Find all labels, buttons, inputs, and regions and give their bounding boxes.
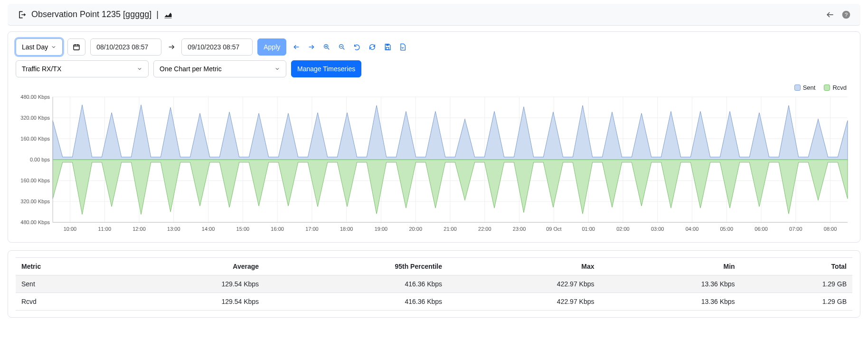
svg-text:14:00: 14:00 — [202, 226, 215, 232]
refresh-icon[interactable] — [367, 42, 377, 52]
help-icon[interactable]: ? — [841, 10, 851, 19]
svg-text:13:00: 13:00 — [167, 226, 180, 232]
table-header: Average — [113, 258, 264, 275]
undo-icon[interactable] — [352, 42, 362, 52]
svg-text:03:00: 03:00 — [651, 226, 664, 232]
legend-sent[interactable]: Sent — [794, 84, 816, 91]
zoom-out-icon[interactable] — [337, 42, 347, 52]
stats-panel: MetricAverage95th PercentileMaxMinTotal … — [8, 250, 860, 318]
legend-rcvd[interactable]: Rcvd — [824, 84, 847, 91]
step-back-icon[interactable] — [291, 42, 302, 52]
svg-text:17:00: 17:00 — [305, 226, 319, 232]
svg-text:320.00 Kbps: 320.00 Kbps — [20, 198, 50, 204]
svg-text:16:00: 16:00 — [271, 226, 284, 232]
svg-text:09 Oct: 09 Oct — [546, 226, 561, 232]
area-chart-icon — [163, 10, 173, 19]
page-header: Observation Point 1235 [ggggg] | ? — [8, 4, 860, 26]
table-header: 95th Percentile — [264, 258, 448, 275]
apply-button[interactable]: Apply — [257, 38, 286, 56]
svg-rect-2 — [74, 45, 79, 50]
table-header: Max — [448, 258, 600, 275]
table-row: Rcvd129.54 Kbps416.36 Kbps422.97 Kbps13.… — [16, 293, 852, 311]
svg-rect-13 — [387, 44, 389, 46]
stats-table: MetricAverage95th PercentileMaxMinTotal … — [16, 257, 852, 311]
step-forward-icon[interactable] — [306, 42, 317, 52]
toolbar-row-2: Traffic RX/TX One Chart per Metric Manag… — [16, 60, 852, 77]
table-header: Total — [741, 258, 852, 275]
svg-text:08:00: 08:00 — [824, 226, 837, 232]
arrow-right-icon — [166, 42, 177, 52]
svg-text:160.00 Kbps: 160.00 Kbps — [20, 136, 50, 142]
svg-text:22:00: 22:00 — [478, 226, 491, 232]
legend-rcvd-swatch — [824, 85, 830, 91]
svg-text:05:00: 05:00 — [720, 226, 733, 232]
svg-text:160.00 Kbps: 160.00 Kbps — [20, 178, 50, 183]
metric-select[interactable]: Traffic RX/TX — [16, 60, 149, 77]
table-header: Min — [600, 258, 740, 275]
svg-text:480.00 Kbps: 480.00 Kbps — [20, 219, 50, 225]
table-row: Sent129.54 Kbps416.36 Kbps422.97 Kbps13.… — [16, 275, 852, 293]
svg-text:02:00: 02:00 — [616, 226, 630, 232]
svg-text:0.00 bps: 0.00 bps — [30, 157, 50, 162]
title-separator: | — [156, 9, 159, 19]
svg-rect-14 — [387, 47, 389, 50]
svg-text:07:00: 07:00 — [789, 226, 802, 232]
legend-sent-swatch — [794, 85, 801, 91]
svg-text:18:00: 18:00 — [340, 226, 353, 232]
main-panel: Last Day 08/10/2023 08:57 09/10/2023 08:… — [8, 31, 860, 243]
svg-line-7 — [328, 48, 329, 49]
svg-text:06:00: 06:00 — [755, 226, 768, 232]
exit-icon — [17, 10, 27, 19]
svg-text:21:00: 21:00 — [443, 226, 457, 232]
end-time-input[interactable]: 09/10/2023 08:57 — [181, 38, 253, 56]
toolbar-row-1: Last Day 08/10/2023 08:57 09/10/2023 08:… — [16, 38, 852, 56]
chart-legend: Sent Rcvd — [16, 82, 852, 93]
back-icon[interactable] — [825, 10, 835, 19]
page-title: Observation Point 1235 [ggggg] — [31, 9, 151, 19]
svg-text:15:00: 15:00 — [236, 226, 250, 232]
chart-mode-select[interactable]: One Chart per Metric — [153, 60, 286, 77]
svg-text:12:00: 12:00 — [132, 226, 146, 232]
svg-text:20:00: 20:00 — [409, 226, 422, 232]
svg-text:480.00 Kbps: 480.00 Kbps — [20, 94, 50, 100]
calendar-button[interactable] — [67, 38, 85, 56]
svg-text:01:00: 01:00 — [582, 226, 595, 232]
svg-text:04:00: 04:00 — [686, 226, 699, 232]
svg-text:320.00 Kbps: 320.00 Kbps — [20, 115, 50, 121]
svg-text:10:00: 10:00 — [64, 226, 77, 232]
svg-text:23:00: 23:00 — [513, 226, 526, 232]
start-time-input[interactable]: 08/10/2023 08:57 — [90, 38, 161, 56]
manage-timeseries-button[interactable]: Manage Timeseries — [291, 60, 361, 77]
svg-line-11 — [343, 48, 344, 49]
time-range-button[interactable]: Last Day — [16, 38, 63, 56]
zoom-in-icon[interactable] — [321, 42, 332, 52]
time-range-label: Last Day — [22, 43, 48, 51]
export-icon[interactable] — [397, 42, 408, 52]
table-header: Metric — [16, 258, 113, 275]
save-icon[interactable] — [382, 42, 393, 52]
svg-text:?: ? — [845, 11, 848, 18]
svg-text:19:00: 19:00 — [375, 226, 388, 232]
traffic-chart[interactable]: 0.00 bps160.00 Kbps320.00 Kbps480.00 Kbp… — [16, 93, 852, 236]
svg-text:11:00: 11:00 — [98, 226, 111, 232]
